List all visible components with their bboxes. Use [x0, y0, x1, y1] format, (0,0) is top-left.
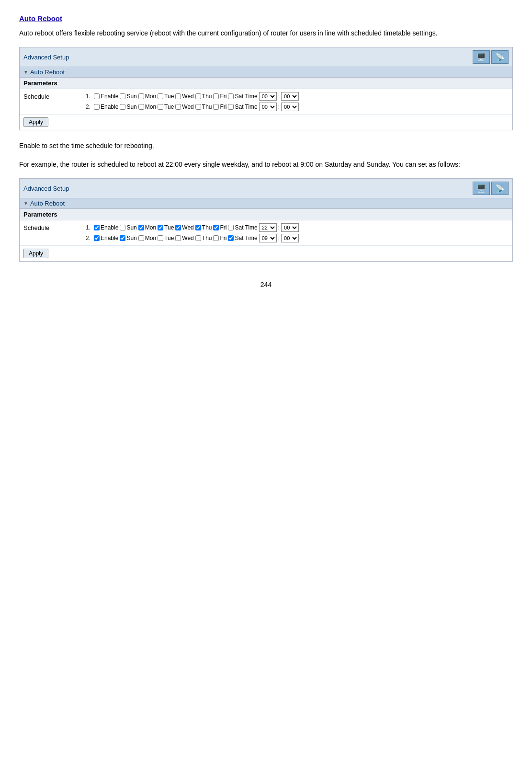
panel-2-line2-mon-cb[interactable]	[138, 235, 144, 241]
panel-1-line1-min-select[interactable]: 000510152025303540455055	[281, 92, 299, 101]
panel-2-line2-wed-cb[interactable]	[175, 235, 181, 241]
panel-1-line1-mon-cb[interactable]	[138, 93, 144, 99]
panel-1-line2-mon-cb[interactable]	[138, 104, 144, 110]
panel-2-line2-fri-cb[interactable]	[213, 235, 219, 241]
panel-1-line2-enable-cb[interactable]	[94, 104, 100, 110]
panel-2-line1-wed[interactable]: Wed	[175, 224, 193, 231]
panel-1-line1-tue[interactable]: Tue	[158, 93, 174, 100]
panel-2-line1-sat[interactable]: Sat	[228, 224, 243, 231]
panel-1-line1-enable-cb[interactable]	[94, 93, 100, 99]
panel-1-line2-hour-select[interactable]: 0001020304050607080910111213141516171819…	[259, 103, 277, 111]
panel-1-schedule-label: Schedule	[23, 92, 86, 100]
panel-1-section-label: Auto Reboot	[30, 69, 65, 76]
panel-1-line-1: 1. Enable Sun Mon Tue Wed Thu Fri Sat Ti…	[86, 92, 299, 101]
panel-1-line2-sat-cb[interactable]	[228, 104, 234, 110]
panel-2-line2-enable-cb[interactable]	[94, 235, 100, 241]
panel-1-line1-tue-cb[interactable]	[158, 93, 163, 99]
panel-1-apply-row: Apply	[20, 115, 512, 130]
panel-1-line1-sat-cb[interactable]	[228, 93, 234, 99]
panel-2-line1-tue[interactable]: Tue	[158, 224, 174, 231]
panel-2-line1-thu[interactable]: Thu	[195, 224, 212, 231]
panel-1-line1-wed[interactable]: Wed	[175, 93, 193, 100]
panel-2-line2-hour-select[interactable]: 0001020304050607080910111213141516171819…	[259, 234, 277, 242]
panel-2-line2-sat[interactable]: Sat	[228, 235, 243, 241]
panel-2-line1-sun-cb[interactable]	[120, 225, 125, 230]
panel-2-line1-mon-cb[interactable]	[138, 225, 144, 230]
panel-2-line-2: 2. Enable Sun Mon Tue Wed Thu Fri Sat Ti…	[86, 234, 299, 242]
panel-1-line2-wed[interactable]: Wed	[175, 103, 193, 110]
panel-2-section: ▼ Auto Reboot	[20, 198, 512, 209]
panel-2-line2-enable[interactable]: Enable	[94, 235, 118, 241]
panel-1-line1-hour-select[interactable]: 0001020304050607080910111213141516171819…	[259, 92, 277, 101]
panel-1-line2-time-label: Time	[245, 103, 258, 110]
panel-1-line1-fri[interactable]: Fri	[213, 93, 226, 100]
page-title: Auto Reboot	[19, 14, 513, 23]
panel-2-line2-mon[interactable]: Mon	[138, 235, 156, 241]
panel-1-line1-sat[interactable]: Sat	[228, 93, 243, 100]
panel-1-line2-mon[interactable]: Mon	[138, 103, 156, 110]
panel-2-line2-num: 2.	[86, 235, 91, 241]
panel-1-line2-sun-cb[interactable]	[120, 104, 125, 110]
panel-2-line1-num: 1.	[86, 224, 91, 231]
panel-1-line1-enable[interactable]: Enable	[94, 93, 118, 100]
panel-1-line2-thu-cb[interactable]	[195, 104, 201, 110]
panel-1-line1-thu-cb[interactable]	[195, 93, 201, 99]
panel-2-line2-thu[interactable]: Thu	[195, 235, 212, 241]
panel-1-line1-num: 1.	[86, 93, 91, 100]
panel-2-apply-button[interactable]: Apply	[23, 249, 48, 258]
panel-2-line2-tue-cb[interactable]	[158, 235, 163, 241]
panel-2-line2-min-select[interactable]: 000510152025303540455055	[281, 234, 299, 242]
panel-1-line2-wed-cb[interactable]	[175, 104, 181, 110]
panel-1-title: Advanced Setup	[23, 54, 69, 61]
panel-2-schedule-controls: 1. Enable Sun Mon Tue Wed Thu Fri Sat Ti…	[86, 223, 299, 242]
panel-2-line1-enable-cb[interactable]	[94, 225, 100, 230]
panel-2-line1-thu-cb[interactable]	[195, 225, 201, 230]
router-icon-2: 📡	[491, 182, 509, 195]
panel-1-line2-min-select[interactable]: 000510152025303540455055	[281, 103, 299, 111]
panel-1-line2-sat[interactable]: Sat	[228, 103, 243, 110]
panel-1-line1-sun-cb[interactable]	[120, 93, 125, 99]
panel-1-line2-fri[interactable]: Fri	[213, 103, 226, 110]
panel-1-line2-tue-cb[interactable]	[158, 104, 163, 110]
panel-1: Advanced Setup 🖥️ 📡 ▼ Auto Reboot Parame…	[19, 47, 513, 130]
panel-1-line2-thu[interactable]: Thu	[195, 103, 212, 110]
panel-2-line1-min-select[interactable]: 000510152025303540455055	[281, 223, 299, 232]
panel-1-line1-fri-cb[interactable]	[213, 93, 219, 99]
panel-1-line2-fri-cb[interactable]	[213, 104, 219, 110]
panel-2-line2-colon: :	[278, 235, 280, 241]
panel-2-line2-tue[interactable]: Tue	[158, 235, 174, 241]
panel-2-line1-enable[interactable]: Enable	[94, 224, 118, 231]
panel-2-line2-sun[interactable]: Sun	[120, 235, 136, 241]
panel-1-line1-mon[interactable]: Mon	[138, 93, 156, 100]
panel-2-line2-sat-cb[interactable]	[228, 235, 234, 241]
panel-1-line-2: 2. Enable Sun Mon Tue Wed Thu Fri Sat Ti…	[86, 103, 299, 111]
panel-1-section: ▼ Auto Reboot	[20, 67, 512, 78]
triangle-icon-1: ▼	[23, 69, 28, 75]
panel-2-line1-wed-cb[interactable]	[175, 225, 181, 230]
description-2: Enable to set the time schedule for rebo…	[19, 141, 513, 151]
panel-2-line2-fri[interactable]: Fri	[213, 235, 226, 241]
panel-1-apply-button[interactable]: Apply	[23, 117, 48, 127]
panel-1-line1-wed-cb[interactable]	[175, 93, 181, 99]
panel-2-line1-fri-cb[interactable]	[213, 225, 219, 230]
panel-1-line1-thu[interactable]: Thu	[195, 93, 212, 100]
panel-2-line1-hour-select[interactable]: 0001020304050607080910111213141516171819…	[259, 223, 277, 232]
panel-2-line1-mon[interactable]: Mon	[138, 224, 156, 231]
panel-2-apply-row: Apply	[20, 246, 512, 261]
panel-2-line2-sun-cb[interactable]	[120, 235, 125, 241]
panel-2-line2-thu-cb[interactable]	[195, 235, 201, 241]
panel-2-line1-fri[interactable]: Fri	[213, 224, 226, 231]
panel-1-line2-sun[interactable]: Sun	[120, 103, 136, 110]
panel-1-header: Advanced Setup 🖥️ 📡	[20, 47, 512, 67]
panel-1-line1-sun[interactable]: Sun	[120, 93, 136, 100]
triangle-icon-2: ▼	[23, 201, 28, 206]
panel-2-header: Advanced Setup 🖥️ 📡	[20, 179, 512, 198]
panel-2-line1-sat-cb[interactable]	[228, 225, 234, 230]
panel-2-line1-sun[interactable]: Sun	[120, 224, 136, 231]
panel-1-params: Parameters	[20, 78, 512, 89]
panel-2-line1-tue-cb[interactable]	[158, 225, 163, 230]
panel-1-line2-tue[interactable]: Tue	[158, 103, 174, 110]
panel-2-line2-wed[interactable]: Wed	[175, 235, 193, 241]
panel-2-line-1: 1. Enable Sun Mon Tue Wed Thu Fri Sat Ti…	[86, 223, 299, 232]
panel-1-line2-enable[interactable]: Enable	[94, 103, 118, 110]
